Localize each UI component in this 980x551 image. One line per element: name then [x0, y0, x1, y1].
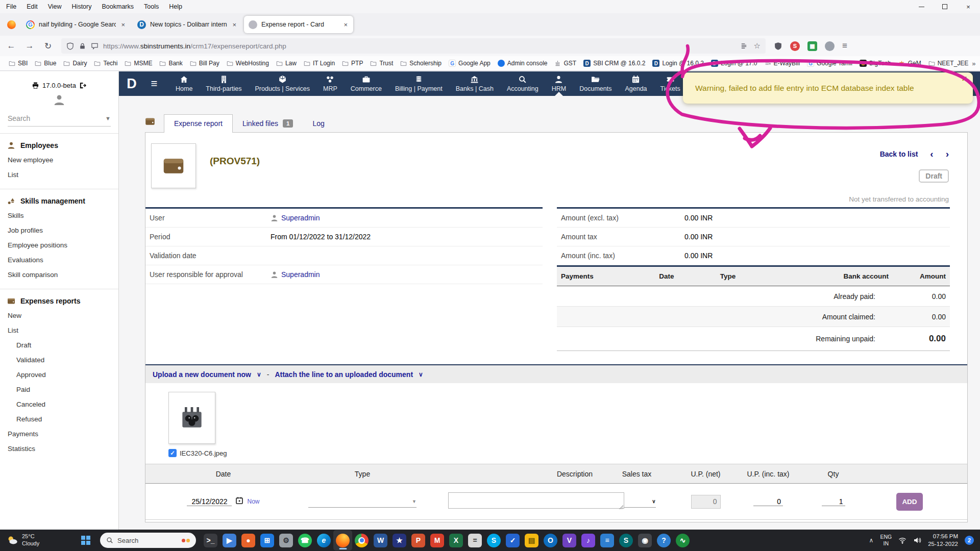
back-icon[interactable]: ←: [6, 41, 16, 51]
upload-document-link[interactable]: Upload a new document now: [153, 370, 251, 379]
language-indicator[interactable]: ENGIN: [880, 534, 892, 546]
close-icon[interactable]: ✕: [962, 75, 967, 83]
taskbar-skype-icon[interactable]: S: [484, 530, 503, 550]
bookmark-bill-pay[interactable]: Bill Pay: [186, 59, 223, 68]
unit-price-net-input[interactable]: [691, 495, 721, 509]
taskbar-get-help-icon[interactable]: ?: [654, 530, 673, 550]
type-select[interactable]: ▼: [308, 495, 416, 508]
maximize-button[interactable]: [933, 0, 957, 13]
tab-close-icon[interactable]: ×: [231, 21, 237, 29]
taskbar-visual-studio-icon[interactable]: V: [560, 530, 579, 550]
nav-accounting[interactable]: Accounting: [500, 71, 545, 96]
browser-tab-1[interactable]: DNew topics - Dolibarr internatio×: [133, 16, 242, 33]
taskbar-whatsapp-icon[interactable]: ☎: [296, 530, 314, 550]
start-button[interactable]: [77, 531, 95, 549]
forward-icon[interactable]: →: [24, 41, 35, 51]
taskbar-camera-icon[interactable]: ◉: [635, 530, 654, 550]
sidebar-item-evaluations[interactable]: Evaluations: [0, 253, 118, 267]
resize-handle[interactable]: [619, 505, 623, 509]
sidebar-item-payments[interactable]: Payments: [0, 427, 118, 441]
bookmark-techi[interactable]: Techi: [90, 59, 121, 68]
hamburger-icon[interactable]: ≡: [144, 77, 164, 90]
taskbar-movies-app-icon[interactable]: ▶: [220, 530, 239, 550]
taskbar-edge-icon[interactable]: e: [314, 530, 333, 550]
taskbar-excel-icon[interactable]: X: [447, 530, 465, 550]
taskbar-outlook-icon[interactable]: O: [541, 530, 560, 550]
shield-icon[interactable]: [66, 42, 74, 50]
add-button[interactable]: ADD: [896, 493, 923, 511]
nav-home[interactable]: Home: [169, 71, 199, 96]
nav-mrp[interactable]: MRP: [316, 71, 344, 96]
taskbar-todo-icon[interactable]: ✓: [503, 530, 522, 550]
sidebar-item-statistics[interactable]: Statistics: [0, 441, 118, 456]
bookmark-dairy[interactable]: Dairy: [60, 59, 90, 68]
account-icon[interactable]: [825, 41, 835, 51]
sidebar-item-list[interactable]: List: [0, 323, 118, 338]
taskbar-sticky-notes-icon[interactable]: ▤: [522, 530, 541, 550]
qty-input[interactable]: [822, 497, 845, 506]
sidebar-item-canceled[interactable]: Canceled: [0, 397, 118, 412]
menu-view[interactable]: View: [48, 3, 62, 10]
bookmark-gst[interactable]: GST: [551, 59, 580, 68]
clock[interactable]: 07:56 PM25-12-2022: [928, 533, 958, 548]
description-textarea[interactable]: [448, 492, 624, 509]
sidebar-item-list[interactable]: List: [0, 167, 118, 182]
browser-tab-2[interactable]: Expense report - Card×: [244, 16, 353, 33]
bookmark-scholership[interactable]: Scholership: [397, 59, 445, 68]
bookmark-trust[interactable]: Trust: [366, 59, 397, 68]
attachment-thumbnail[interactable]: [168, 392, 215, 444]
bookmark-neet-jee[interactable]: NEET_JEE: [925, 59, 972, 68]
bookmark-e-waybill[interactable]: E-WayBill: [761, 59, 804, 68]
permissions-icon[interactable]: [91, 42, 99, 50]
extension-green-icon[interactable]: ▦: [807, 41, 817, 51]
sidebar-item-approved[interactable]: Approved: [0, 367, 118, 382]
minimize-button[interactable]: [910, 0, 933, 13]
bookmark-admin-console[interactable]: Admin console: [494, 59, 551, 68]
previous-icon[interactable]: ‹: [930, 149, 933, 159]
taskbar-media-player-icon[interactable]: ♪: [579, 530, 598, 550]
nav-documents[interactable]: Documents: [573, 71, 618, 96]
sidebar-item-job-profiles[interactable]: Job profiles: [0, 223, 118, 238]
close-button[interactable]: ×: [957, 0, 980, 13]
tab-close-icon[interactable]: ×: [120, 21, 126, 29]
tray-chevron-icon[interactable]: ∧: [869, 537, 874, 544]
browser-tab-0[interactable]: Gnaif byilding - Google Search×: [21, 16, 131, 33]
unit-price-inc-input[interactable]: [753, 497, 783, 506]
nav-billing-payment[interactable]: Billing | Payment: [388, 71, 449, 96]
bookmark-msme[interactable]: MSME: [121, 59, 156, 68]
menu-bookmarks[interactable]: Bookmarks: [102, 3, 134, 10]
next-icon[interactable]: ›: [946, 149, 949, 159]
pocket-icon[interactable]: [774, 42, 782, 51]
logout-icon[interactable]: [79, 82, 87, 89]
taskbar-terminal-icon[interactable]: >_: [201, 530, 220, 550]
nav-hrm[interactable]: HRM: [545, 71, 573, 96]
taskbar-app-orange-icon[interactable]: ●: [239, 530, 258, 550]
bookmark-law[interactable]: Law: [273, 59, 300, 68]
bookmark-google-tamil[interactable]: GGoogle Tamil: [803, 59, 856, 68]
menu-icon[interactable]: ≡: [842, 41, 847, 51]
taskbar-search[interactable]: Search: [100, 533, 196, 548]
sidebar-item-employee-positions[interactable]: Employee positions: [0, 238, 118, 253]
menu-history[interactable]: History: [72, 3, 92, 10]
wifi-icon[interactable]: [898, 536, 906, 544]
bookmark-login-16-0-2[interactable]: DLogin @ 16.0.2: [649, 59, 707, 68]
calendar-icon[interactable]: [235, 496, 243, 507]
taskbar-notepad-icon[interactable]: ≡: [598, 530, 617, 550]
nav-products-services[interactable]: Products | Services: [249, 71, 316, 96]
user-link[interactable]: Superadmin: [271, 214, 320, 222]
nav-tickets[interactable]: Tickets: [654, 71, 687, 96]
sidebar-item-new-employee[interactable]: New employee: [0, 153, 118, 167]
tab-linked-files[interactable]: Linked files1: [233, 115, 303, 133]
dolibarr-logo[interactable]: D: [119, 76, 144, 92]
taskbar-word-icon[interactable]: W: [371, 530, 390, 550]
menu-file[interactable]: File: [6, 3, 16, 10]
nav-commerce[interactable]: Commerce: [344, 71, 388, 96]
sidebar-item-draft[interactable]: Draft: [0, 338, 118, 353]
taskbar-settings-icon[interactable]: ⚙: [277, 530, 296, 550]
file-checkbox[interactable]: [168, 449, 177, 457]
sidebar-item-skills[interactable]: Skills: [0, 208, 118, 223]
firefox-view-icon[interactable]: [4, 17, 18, 32]
reader-mode-icon[interactable]: [740, 42, 748, 50]
bookmark-sbi-crm-16-0-2[interactable]: DSBI CRM @ 16.0.2: [580, 59, 649, 68]
sidebar-item-validated[interactable]: Validated: [0, 353, 118, 367]
